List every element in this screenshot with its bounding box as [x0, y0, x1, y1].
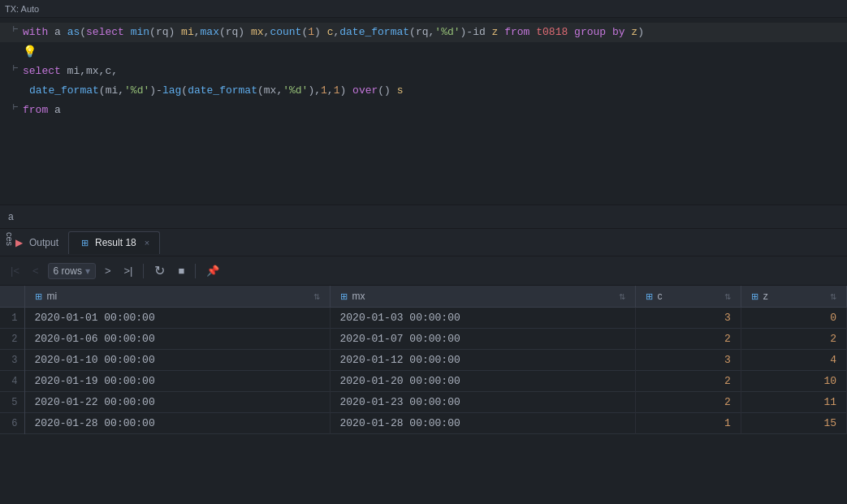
cell-c-6: 1: [635, 413, 741, 434]
cell-rownum-1: 1: [0, 308, 24, 329]
code-line-3: ⊢ select mi,mx,c,: [0, 62, 847, 81]
table-row: 42020-01-19 00:00:002020-01-20 00:00:002…: [0, 371, 847, 392]
code-line-4: date_format(mi,'%d')-lag(date_format(mx,…: [0, 81, 847, 101]
th-mx[interactable]: ⊞ mx ⇅: [330, 286, 635, 308]
tab-result18-close[interactable]: ×: [145, 238, 149, 248]
table-header-row: ⊞ mi ⇅ ⊞ mx ⇅: [0, 286, 847, 308]
stop-button[interactable]: ■: [174, 263, 188, 278]
table-body: 12020-01-01 00:00:002020-01-03 00:00:003…: [0, 308, 847, 434]
first-page-button[interactable]: |<: [6, 263, 24, 278]
cell-mi-2: 2020-01-06 00:00:00: [24, 329, 330, 350]
code-content-3: select mi,mx,c,: [19, 62, 847, 80]
cell-mx-1: 2020-01-03 00:00:00: [330, 308, 635, 329]
cell-z-5: 11: [741, 392, 846, 413]
panel-label-text: a: [8, 211, 14, 222]
toolbar-mode: TX: Auto: [5, 4, 39, 14]
table-row: 22020-01-06 00:00:002020-01-07 00:00:002…: [0, 329, 847, 350]
rows-dropdown-icon: ▾: [85, 265, 90, 277]
table-row: 62020-01-28 00:00:002020-01-28 00:00:001…: [0, 413, 847, 434]
tab-result18-label: Result 18: [95, 237, 136, 248]
z-col-icon: ⊞: [751, 291, 758, 302]
cell-mi-4: 2020-01-19 00:00:00: [24, 371, 330, 392]
th-z-label: z: [763, 291, 768, 302]
cell-rownum-6: 6: [0, 413, 24, 434]
toolbar: TX: Auto: [0, 0, 847, 18]
refresh-button[interactable]: ↻: [150, 261, 169, 280]
cell-rownum-4: 4: [0, 371, 24, 392]
cell-mx-2: 2020-01-07 00:00:00: [330, 329, 635, 350]
rows-count-label: 6 rows: [54, 265, 82, 277]
output-icon: ▶: [13, 237, 24, 248]
z-sort-arrows[interactable]: ⇅: [830, 292, 836, 301]
tab-output-label: Output: [29, 237, 58, 248]
bottom-panel: ▶ Output ⊞ Result 18 × |< < 6 rows ▾ > >…: [0, 229, 847, 489]
prev-page-button[interactable]: <: [28, 263, 43, 278]
mx-sort-arrows[interactable]: ⇅: [619, 292, 625, 301]
th-z[interactable]: ⊞ z ⇅: [741, 286, 846, 308]
cell-mx-3: 2020-01-12 00:00:00: [330, 350, 635, 371]
line-marker-5: ⊢: [13, 101, 19, 112]
cell-mx-6: 2020-01-28 00:00:00: [330, 413, 635, 434]
result18-icon: ⊞: [79, 237, 90, 248]
mx-col-icon: ⊞: [340, 291, 348, 302]
cell-mi-5: 2020-01-22 00:00:00: [24, 392, 330, 413]
cell-mi-1: 2020-01-01 00:00:00: [24, 308, 330, 329]
tab-result18[interactable]: ⊞ Result 18 ×: [68, 231, 160, 254]
th-mi[interactable]: ⊞ mi ⇅: [24, 286, 330, 308]
cell-mx-4: 2020-01-20 00:00:00: [330, 371, 635, 392]
mi-col-icon: ⊞: [35, 291, 42, 302]
cell-mi-6: 2020-01-28 00:00:00: [24, 413, 330, 434]
cell-c-2: 2: [635, 329, 741, 350]
cell-z-1: 0: [741, 308, 846, 329]
code-content-5: from a: [19, 101, 847, 119]
main-layout: TX: Auto ⊢ with a as(select min(rq) mi,m…: [0, 0, 847, 504]
toolbar-separator-1: [143, 264, 144, 278]
pagination-bar: |< < 6 rows ▾ > >| ↻ ■ 📌: [0, 256, 847, 286]
code-content-1: with a as(select min(rq) mi,max(rq) mx,c…: [19, 24, 847, 41]
cell-c-5: 2: [635, 392, 741, 413]
cell-c-3: 3: [635, 350, 741, 371]
rows-selector[interactable]: 6 rows ▾: [48, 263, 96, 279]
table-row: 32020-01-10 00:00:002020-01-12 00:00:003…: [0, 350, 847, 371]
cell-rownum-5: 5: [0, 392, 24, 413]
result-table: ⊞ mi ⇅ ⊞ mx ⇅: [0, 286, 847, 434]
cell-rownum-2: 2: [0, 329, 24, 350]
table-row: 12020-01-01 00:00:002020-01-03 00:00:003…: [0, 308, 847, 329]
code-content-bulb: 💡: [19, 43, 847, 61]
table-row: 52020-01-22 00:00:002020-01-23 00:00:002…: [0, 392, 847, 413]
code-line-5: ⊢ from a: [0, 101, 847, 120]
c-col-icon: ⊞: [646, 291, 653, 302]
c-sort-arrows[interactable]: ⇅: [724, 292, 731, 301]
editor-area[interactable]: ⊢ with a as(select min(rq) mi,max(rq) mx…: [0, 18, 847, 205]
left-strip-label: ces: [0, 229, 15, 249]
cell-z-2: 2: [741, 329, 846, 350]
cell-z-4: 10: [741, 371, 846, 392]
result-table-wrap[interactable]: ⊞ mi ⇅ ⊞ mx ⇅: [0, 286, 847, 489]
panel-label-area: a: [0, 205, 847, 229]
cell-c-4: 2: [635, 371, 741, 392]
line-marker-3: ⊢: [13, 62, 19, 73]
pin-button[interactable]: 📌: [202, 263, 223, 278]
cell-mi-3: 2020-01-10 00:00:00: [24, 350, 330, 371]
th-c[interactable]: ⊞ c ⇅: [635, 286, 741, 308]
th-mi-label: mi: [47, 291, 58, 302]
tabs-bar: ▶ Output ⊞ Result 18 ×: [0, 229, 847, 256]
last-page-button[interactable]: >|: [120, 263, 137, 278]
cell-c-1: 3: [635, 308, 741, 329]
cell-z-6: 15: [741, 413, 846, 434]
th-c-label: c: [658, 291, 663, 302]
th-mx-label: mx: [352, 291, 365, 302]
th-rownum: [0, 286, 24, 308]
cell-mx-5: 2020-01-23 00:00:00: [330, 392, 635, 413]
line-marker-1: ⊢: [13, 24, 19, 34]
code-content-4: date_format(mi,'%d')-lag(date_format(mx,…: [19, 82, 847, 100]
toolbar-separator-2: [195, 264, 196, 278]
code-line-1: ⊢ with a as(select min(rq) mi,max(rq) mx…: [0, 23, 847, 42]
next-page-button[interactable]: >: [101, 263, 115, 278]
cell-z-3: 4: [741, 350, 846, 371]
code-line-bulb: 💡: [0, 42, 847, 62]
cell-rownum-3: 3: [0, 350, 24, 371]
mi-sort-arrows[interactable]: ⇅: [313, 292, 320, 301]
